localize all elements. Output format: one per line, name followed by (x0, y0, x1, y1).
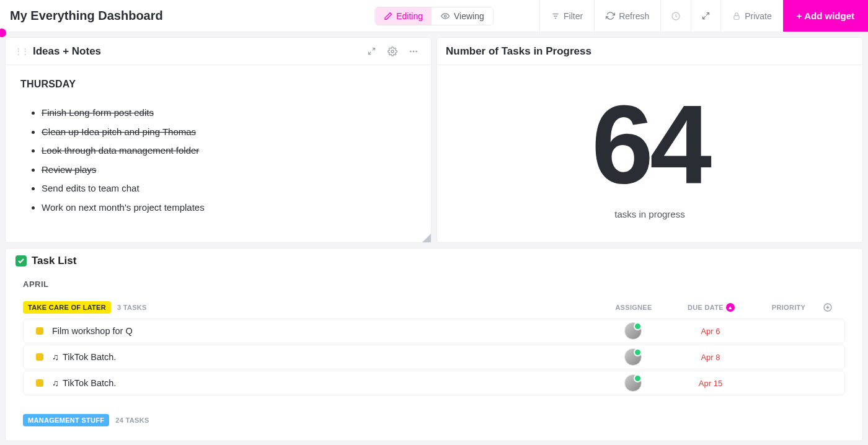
avatar[interactable] (624, 348, 642, 366)
notes-settings-button[interactable] (384, 43, 401, 60)
sort-indicator-icon: ▲ (726, 303, 735, 312)
tasklist-month: APRIL (23, 280, 845, 289)
task-name[interactable]: ♫TikTok Batch. (52, 352, 116, 362)
editing-label: Editing (396, 11, 423, 21)
col-due-date[interactable]: DUE DATE ▲ (668, 303, 755, 312)
checkmark-icon (16, 255, 27, 267)
notes-expand-button[interactable] (363, 43, 380, 60)
counter-widget-title: Number of Tasks in Progress (446, 45, 591, 58)
expand-icon (701, 11, 711, 20)
private-label: Private (745, 11, 772, 21)
dashboard-content: ⋮⋮ Ideas + Notes (0, 32, 868, 445)
svg-point-7 (410, 50, 412, 52)
notes-day-heading: THURSDAY (20, 79, 416, 90)
col-assignee[interactable]: ASSIGNEE (600, 304, 668, 311)
refresh-label: Refresh (619, 11, 649, 21)
task-name[interactable]: Film workshop for Q (52, 326, 133, 336)
clock-icon (671, 11, 681, 21)
notes-item[interactable]: Work on next month's project templates (42, 198, 416, 218)
eye-icon (440, 12, 450, 20)
avatar[interactable] (624, 322, 642, 340)
resize-handle-icon[interactable] (422, 234, 431, 242)
gear-icon (388, 46, 397, 56)
notes-item[interactable]: Clean up Idea pitch and ping Thomas (42, 123, 416, 142)
group-count: 24 TASKS (115, 416, 149, 424)
autorefresh-button[interactable] (660, 0, 691, 32)
task-row[interactable]: ♫TikTok Batch.Apr 15 (23, 371, 845, 395)
svg-point-6 (391, 50, 394, 53)
svg-rect-5 (734, 15, 739, 19)
tasklist-header: Task List (6, 249, 862, 273)
task-group-header[interactable]: TAKE CARE OF LATER3 TASKSASSIGNEEDUE DAT… (23, 301, 845, 314)
tasklist-body[interactable]: APRIL TAKE CARE OF LATER3 TASKSASSIGNEED… (6, 273, 862, 434)
music-icon: ♫ (52, 378, 59, 388)
counter-body: 64 tasks in progress (437, 65, 862, 242)
task-assignee[interactable] (599, 322, 667, 340)
mode-toggle: Editing Viewing (374, 7, 494, 25)
ellipsis-icon (408, 46, 419, 56)
task-group-header[interactable]: MANAGEMENT STUFF24 TASKS (23, 414, 845, 426)
col-priority[interactable]: PRIORITY (755, 304, 823, 311)
filter-button[interactable]: Filter (539, 0, 594, 32)
refresh-button[interactable]: Refresh (594, 0, 660, 32)
task-due-date[interactable]: Apr 6 (667, 327, 754, 336)
notes-widget: ⋮⋮ Ideas + Notes (5, 37, 432, 243)
add-widget-button[interactable]: + Add widget (783, 0, 868, 32)
avatar[interactable] (624, 374, 642, 392)
task-assignee[interactable] (599, 374, 667, 392)
task-due-date[interactable]: Apr 8 (667, 353, 754, 362)
task-row[interactable]: Film workshop for QApr 6 (23, 319, 845, 343)
tasklist-title: Task List (32, 255, 76, 267)
task-name[interactable]: ♫TikTok Batch. (52, 378, 116, 388)
svg-point-9 (415, 50, 417, 52)
task-status-icon[interactable] (36, 327, 43, 335)
group-count: 3 TASKS (117, 304, 147, 311)
drag-handle-icon[interactable]: ⋮⋮ (14, 46, 28, 56)
notes-item[interactable]: Review plays (42, 161, 416, 180)
notes-widget-title: Ideas + Notes (33, 45, 101, 58)
notes-more-button[interactable] (405, 43, 422, 60)
counter-label: tasks in progress (614, 209, 684, 219)
music-icon: ♫ (52, 352, 59, 362)
group-chip[interactable]: MANAGEMENT STUFF (23, 414, 109, 426)
notes-item[interactable]: Send edits to team chat (42, 179, 416, 198)
viewing-label: Viewing (454, 11, 484, 21)
notes-list: Finish Long-form post editsClean up Idea… (20, 104, 416, 217)
filter-icon (551, 12, 560, 20)
add-column-button[interactable] (823, 302, 845, 312)
refresh-icon (606, 11, 615, 20)
notes-widget-header: ⋮⋮ Ideas + Notes (6, 38, 431, 65)
filter-label: Filter (564, 11, 583, 21)
counter-widget: Number of Tasks in Progress 64 tasks in … (436, 37, 863, 243)
task-status-icon[interactable] (36, 379, 43, 387)
task-due-date[interactable]: Apr 15 (667, 379, 754, 388)
task-assignee[interactable] (599, 348, 667, 366)
group-chip[interactable]: TAKE CARE OF LATER (23, 301, 111, 314)
fullscreen-button[interactable] (691, 0, 720, 32)
expand-icon (367, 46, 376, 56)
svg-point-8 (413, 50, 415, 52)
counter-value: 64 (591, 89, 708, 200)
editing-mode-button[interactable]: Editing (375, 7, 432, 25)
dashboard-title[interactable]: My Everything Dashboard (10, 9, 163, 23)
notes-body[interactable]: THURSDAY Finish Long-form post editsClea… (6, 65, 431, 242)
task-row[interactable]: ♫TikTok Batch.Apr 8 (23, 345, 845, 369)
private-button[interactable]: Private (720, 0, 783, 32)
svg-point-0 (444, 15, 446, 17)
lock-icon (732, 12, 741, 20)
counter-widget-header: Number of Tasks in Progress (437, 38, 862, 65)
task-status-icon[interactable] (36, 353, 43, 361)
viewing-mode-button[interactable]: Viewing (432, 7, 493, 25)
app-header: My Everything Dashboard Editing Viewing … (0, 0, 868, 32)
header-actions: Filter Refresh Private + Add widget (539, 0, 868, 32)
notes-item[interactable]: Look through data management folder (42, 141, 416, 161)
tasklist-widget: Task List APRIL TAKE CARE OF LATER3 TASK… (5, 248, 863, 441)
notes-item[interactable]: Finish Long-form post edits (42, 104, 416, 123)
pencil-icon (384, 12, 392, 20)
